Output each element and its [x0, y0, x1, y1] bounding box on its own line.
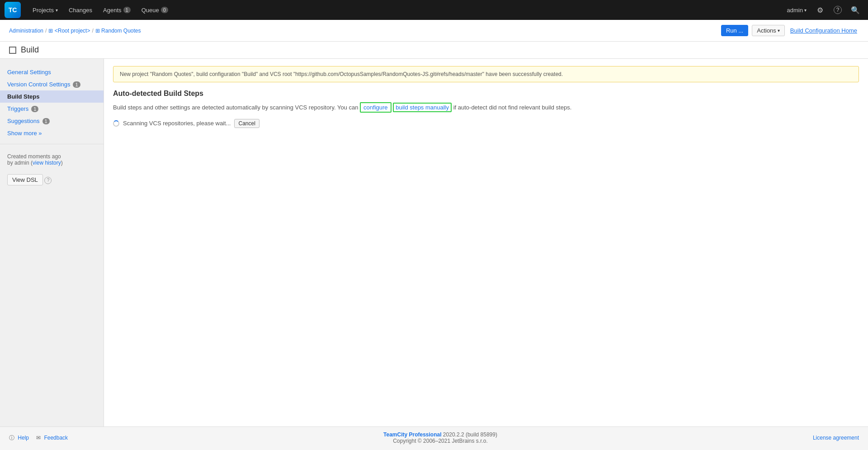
nav-agents[interactable]: Agents 1 [98, 0, 136, 20]
sidebar-item-vcs-settings[interactable]: Version Control Settings 1 [0, 78, 104, 90]
main-layout: General Settings Version Control Setting… [0, 59, 868, 426]
page-title-bar: Build [0, 42, 868, 59]
help-icon: ? [834, 6, 842, 14]
chevron-down-icon: ▾ [778, 28, 780, 33]
nav-changes[interactable]: Changes [63, 0, 98, 20]
cancel-button[interactable]: Cancel [234, 119, 259, 128]
loading-spinner [113, 120, 119, 127]
view-dsl-section: View DSL ? [7, 174, 96, 185]
dsl-help-icon[interactable]: ? [44, 177, 52, 184]
footer-right: License agreement [813, 435, 859, 441]
autodetect-description: Build steps and other settings are detec… [113, 103, 859, 113]
footer-left: ⓘ Help ✉ Feedback [9, 434, 68, 442]
sidebar-item-suggestions[interactable]: Suggestions 1 [0, 115, 104, 127]
envelope-icon: ✉ [36, 435, 41, 441]
page-title: Build [21, 45, 39, 55]
chevron-down-icon: ▾ [804, 8, 807, 13]
search-button[interactable]: 🔍 [847, 0, 863, 20]
topnav-right-section: admin ▾ ⚙ ? 🔍 [783, 0, 863, 20]
sidebar-created-label: Created moments ago [7, 153, 96, 160]
breadcrumb-random-quotes[interactable]: ⊞ Random Quotes [95, 28, 141, 34]
sidebar-item-show-more[interactable]: Show more » [0, 127, 104, 139]
triggers-badge: 1 [31, 106, 38, 112]
admin-menu[interactable]: admin ▾ [783, 0, 810, 20]
footer-feedback-link[interactable]: Feedback [44, 435, 68, 441]
sidebar-item-general-settings[interactable]: General Settings [0, 66, 104, 78]
footer-help-link[interactable]: Help [18, 435, 29, 441]
breadcrumb: Administration / ⊞ <Root project> / ⊞ Ra… [9, 28, 141, 34]
footer-version: 2020.2.2 (build 85899) [443, 431, 497, 438]
sidebar-item-triggers[interactable]: Triggers 1 [0, 103, 104, 115]
help-circle-icon: ⓘ [9, 435, 14, 441]
configure-link[interactable]: configure [360, 102, 391, 113]
help-button[interactable]: ? [830, 0, 845, 20]
search-icon: 🔍 [851, 5, 860, 14]
app-logo[interactable]: TC [5, 2, 21, 18]
sidebar-item-build-steps[interactable]: Build Steps [0, 90, 104, 103]
breadcrumb-sep-1: / [45, 28, 47, 34]
settings-button[interactable]: ⚙ [812, 0, 828, 20]
page-header-right: Run ... Actions ▾ Build Configuration Ho… [721, 25, 859, 36]
top-navigation: TC Projects ▾ Changes Agents 1 Queue 0 a… [0, 0, 868, 20]
scanning-row: Scanning VCS repositories, please wait..… [113, 119, 859, 128]
page-header-bar: Administration / ⊞ <Root project> / ⊞ Ra… [0, 20, 868, 42]
content-area: New project "Random Quotes", build confi… [104, 59, 868, 426]
vcs-settings-badge: 1 [73, 81, 80, 88]
sidebar-divider [0, 144, 104, 144]
scanning-text: Scanning VCS repositories, please wait..… [123, 120, 231, 127]
build-steps-manually-link[interactable]: build steps manually [393, 103, 452, 112]
sidebar-meta: Created moments ago by admin (view histo… [0, 149, 104, 171]
suggestions-badge: 1 [42, 118, 50, 124]
actions-button[interactable]: Actions ▾ [752, 25, 785, 36]
breadcrumb-sep-2: / [92, 28, 93, 34]
view-history-link[interactable]: view history [33, 160, 61, 166]
footer-center: TeamCity Professional 2020.2.2 (build 85… [68, 431, 813, 444]
sidebar: General Settings Version Control Setting… [0, 59, 104, 426]
success-banner: New project "Random Quotes", build confi… [113, 66, 859, 82]
help-link-wrapper: ⓘ Help [9, 434, 29, 442]
section-title: Auto-detected Build Steps [113, 90, 859, 98]
gear-icon: ⚙ [816, 5, 825, 14]
nav-projects[interactable]: Projects ▾ [27, 0, 63, 20]
chevron-down-icon: ▾ [56, 8, 58, 13]
footer-copyright: Copyright © 2006–2021 JetBrains s.r.o. [393, 438, 488, 444]
view-dsl-button[interactable]: View DSL [7, 174, 43, 185]
footer-license-link[interactable]: License agreement [813, 435, 859, 441]
footer-product-link[interactable]: TeamCity Professional [383, 431, 441, 438]
breadcrumb-admin[interactable]: Administration [9, 28, 43, 34]
run-button[interactable]: Run ... [721, 25, 748, 36]
build-config-home-link[interactable]: Build Configuration Home [788, 27, 859, 34]
agents-badge: 1 [123, 7, 131, 13]
nav-queue[interactable]: Queue 0 [136, 0, 174, 20]
sidebar-by-label: by admin (view history) [7, 160, 96, 166]
feedback-link-wrapper: ✉ Feedback [36, 435, 68, 441]
queue-badge: 0 [161, 7, 168, 13]
footer: ⓘ Help ✉ Feedback TeamCity Professional … [0, 426, 868, 449]
breadcrumb-root-project[interactable]: ⊞ <Root project> [48, 28, 90, 34]
build-config-icon [9, 47, 16, 54]
